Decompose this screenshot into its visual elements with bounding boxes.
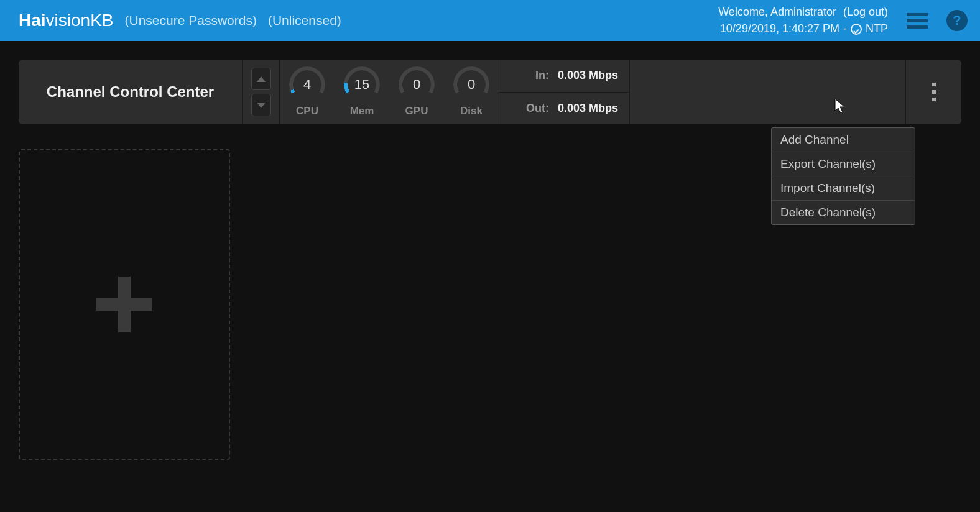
chevron-down-icon (257, 103, 266, 108)
gauge-label: Mem (350, 105, 374, 117)
warning-unsecure-passwords[interactable]: (Unsecure Passwords) (125, 13, 257, 28)
welcome-text: Welcome, Administrator (718, 6, 836, 18)
gauge-value: 4 (303, 76, 311, 93)
menu-item-add-channel[interactable]: Add Channel (772, 128, 915, 152)
channel-actions-menu: Add ChannelExport Channel(s)Import Chann… (771, 127, 915, 225)
datetime-separator: - (843, 21, 847, 37)
control-strip: Channel Control Center 4CPU15Mem0GPU0Dis… (19, 60, 961, 124)
bandwidth-in-row: In: 0.003 Mbps (499, 60, 629, 93)
banner-icons: ? (907, 10, 968, 32)
top-banner: Haivision KB (Unsecure Passwords) (Unlic… (0, 0, 980, 41)
resource-gauges: 4CPU15Mem0GPU0Disk (280, 60, 499, 124)
gauge-label: GPU (405, 105, 428, 117)
sort-down-button[interactable] (251, 94, 271, 116)
logout-link[interactable]: (Log out) (843, 6, 888, 18)
channel-actions-button[interactable] (905, 60, 961, 124)
gauge-label: CPU (296, 105, 318, 117)
bandwidth-out-value: 0.003 Mbps (558, 102, 618, 115)
ntp-label[interactable]: NTP (866, 21, 888, 37)
gauge-value: 0 (413, 76, 420, 93)
menu-item-delete-channel-s[interactable]: Delete Channel(s) (772, 201, 915, 224)
main-content: Channel Control Center 4CPU15Mem0GPU0Dis… (0, 41, 980, 478)
menu-item-import-channel-s[interactable]: Import Channel(s) (772, 176, 915, 201)
hamburger-menu-icon[interactable] (907, 10, 928, 32)
warning-unlicensed[interactable]: (Unlicensed) (268, 13, 341, 28)
gauge-cpu: 4CPU (286, 66, 328, 117)
logo-thin: vision (46, 11, 91, 30)
bandwidth-out-label: Out: (526, 102, 549, 115)
ntp-check-icon (851, 24, 862, 35)
sort-up-button[interactable] (251, 68, 271, 90)
plus-icon (96, 277, 152, 332)
menu-item-export-channel-s[interactable]: Export Channel(s) (772, 152, 915, 176)
datetime-text: 10/29/2019, 1:40:27 PM (720, 21, 839, 37)
gauge-value: 0 (468, 76, 475, 93)
chevron-up-icon (257, 76, 266, 82)
control-strip-spacer (630, 60, 905, 124)
help-icon[interactable]: ? (946, 10, 968, 31)
gauge-label: Disk (460, 105, 483, 117)
bandwidth-in-label: In: (535, 69, 549, 82)
gauge-mem: 15Mem (341, 66, 383, 117)
page-title: Channel Control Center (19, 60, 243, 124)
bandwidth-panel: In: 0.003 Mbps Out: 0.003 Mbps (499, 60, 630, 124)
bandwidth-in-value: 0.003 Mbps (558, 69, 618, 82)
gauge-value: 15 (354, 76, 369, 93)
gauge-gpu: 0GPU (395, 66, 438, 117)
logo-suffix: KB (90, 11, 113, 30)
sort-buttons (243, 60, 280, 124)
logo-bold: Hai (19, 11, 46, 30)
banner-user-block: Welcome, Administrator (Log out) 10/29/2… (714, 4, 888, 37)
gauge-disk: 0Disk (450, 66, 492, 117)
bandwidth-out-row: Out: 0.003 Mbps (499, 93, 629, 125)
product-logo: Haivision KB (19, 11, 114, 30)
add-channel-tile[interactable] (19, 149, 230, 460)
vertical-dots-icon (932, 83, 936, 101)
